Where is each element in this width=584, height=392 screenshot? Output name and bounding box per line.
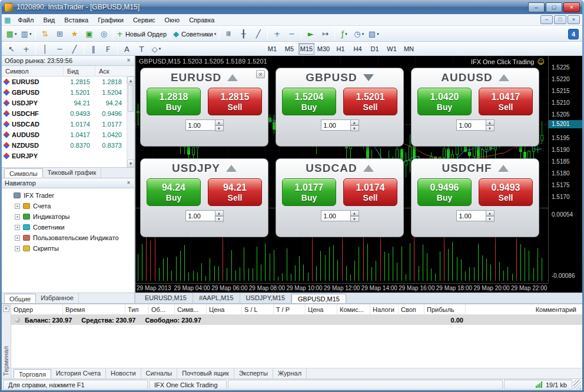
indicators-menu[interactable]: ƒ▾ — [337, 28, 351, 40]
chart-tab[interactable]: #AAPL,M15 — [193, 293, 240, 303]
terminal-column-header[interactable]: Своп — [399, 304, 424, 314]
volume-input[interactable] — [185, 210, 215, 221]
market-watch-row[interactable]: AUDUSD 1.0417 1.0420 — [2, 129, 127, 140]
menu-item[interactable]: Сервис — [128, 15, 160, 25]
buy-button[interactable]: 0.9496 Buy — [417, 178, 472, 206]
new-order-button[interactable]: +Новый Ордер — [116, 28, 167, 40]
auto-scroll-toggle[interactable]: ► — [304, 28, 317, 40]
horizontal-line-button[interactable]: ─ — [53, 43, 67, 55]
scroll-down-button[interactable]: ▼ — [127, 160, 134, 167]
terminal-column-header[interactable]: Цена — [306, 304, 337, 314]
shapes-menu[interactable]: ◇▾ — [150, 43, 163, 55]
timeframe-button[interactable]: M5 — [281, 43, 297, 55]
market-watch-row[interactable]: USDCHF 0.9493 0.9496 — [2, 108, 127, 119]
candlestick-button[interactable]: ╂ — [237, 28, 250, 40]
buy-button[interactable]: 1.2818 Buy — [147, 88, 201, 115]
chart-tab[interactable]: USDJPY,M15 — [240, 293, 291, 303]
sell-button[interactable]: 0.9493 Sell — [479, 178, 533, 206]
timeframe-button[interactable]: W1 — [384, 43, 400, 55]
menu-item[interactable]: Файл — [13, 15, 38, 25]
timeframe-button[interactable]: H1 — [333, 43, 349, 55]
spin-up-icon[interactable]: ▲ — [486, 210, 495, 216]
timeframe-button[interactable]: M15 — [298, 43, 314, 55]
terminal-column-header[interactable]: Налоги — [370, 304, 399, 314]
close-panel-button[interactable]: × — [125, 57, 132, 65]
terminal-column-header[interactable]: S / L — [242, 304, 274, 314]
terminal-column-header[interactable]: Комментарий — [466, 304, 582, 314]
terminal-tab[interactable]: Журнал — [273, 368, 307, 378]
spin-down-icon[interactable]: ▼ — [350, 125, 359, 131]
spin-up-icon[interactable]: ▲ — [350, 210, 359, 216]
expander-icon[interactable]: + — [15, 235, 20, 241]
navigator-tab[interactable]: Избранное — [36, 293, 79, 303]
close-panel-button[interactable]: × — [125, 180, 132, 187]
volume-input[interactable] — [321, 210, 350, 221]
spin-up-icon[interactable]: ▲ — [486, 119, 495, 125]
scroll-up-button[interactable]: ▲ — [127, 77, 134, 84]
sell-button[interactable]: 1.5201 Sell — [343, 88, 397, 115]
column-header-bid[interactable]: Бид — [63, 66, 95, 76]
vertical-line-button[interactable]: │ — [38, 43, 52, 55]
text-button[interactable]: A — [120, 43, 134, 55]
market-watch-row[interactable]: USDJPY 94.21 94.24 — [2, 98, 127, 108]
market-watch-tab[interactable]: Тиковый график — [43, 168, 102, 178]
timeframe-button[interactable]: H4 — [350, 43, 366, 55]
minimize-button[interactable]: – — [528, 2, 545, 12]
terminal-column-header[interactable]: Время — [63, 304, 125, 314]
navigator-tree-item[interactable]: + Счета — [2, 201, 134, 211]
terminal-column-header[interactable]: Тип — [125, 304, 149, 314]
text-label-button[interactable]: T — [135, 43, 148, 55]
terminal-tab[interactable]: История Счета — [51, 368, 106, 378]
navigator-tree-item[interactable]: + Пользовательские Индикато — [2, 232, 134, 243]
zoom-in-button[interactable]: + — [270, 28, 284, 40]
spin-down-icon[interactable]: ▼ — [215, 216, 224, 222]
balance-row[interactable]: Баланс: 230.97 Средства: 230.97 Свободно… — [11, 315, 582, 325]
menu-item[interactable]: Вид — [38, 15, 59, 25]
market-watch-row[interactable]: EURJPY — [2, 151, 127, 161]
notification-badge[interactable]: 4 — [568, 29, 579, 39]
terminal-toggle[interactable]: ▣ — [82, 28, 96, 40]
strategy-tester-toggle[interactable]: ◎ — [97, 28, 111, 40]
chart-tab[interactable]: GBPUSD,M15 — [291, 294, 346, 303]
terminal-column-header[interactable]: Ордер — [11, 304, 63, 314]
market-watch-scrollbar[interactable]: ▲ ▼ — [127, 77, 134, 167]
mdi-close-button[interactable]: × — [568, 15, 580, 24]
spin-up-icon[interactable]: ▲ — [350, 119, 359, 125]
mdi-minimize-button[interactable]: – — [540, 15, 553, 24]
status-mode-text[interactable]: IFX One Click Trading — [149, 380, 227, 390]
sell-button[interactable]: 1.0174 Sell — [343, 178, 397, 206]
volume-input[interactable] — [456, 210, 486, 221]
navigator-tree-item[interactable]: + Советники — [2, 222, 134, 232]
market-watch-toggle[interactable]: ⇅ — [38, 28, 52, 40]
chart-shift-toggle[interactable]: ↦ — [318, 28, 332, 40]
menu-item[interactable]: Справка — [184, 15, 219, 25]
buy-button[interactable]: 1.0177 Buy — [282, 178, 336, 206]
crosshair-button[interactable]: + — [19, 43, 33, 55]
cursor-button[interactable]: ↖ — [5, 43, 18, 55]
spin-down-icon[interactable]: ▼ — [486, 216, 495, 222]
sell-button[interactable]: 94.21 Sell — [208, 178, 262, 206]
navigator-tab[interactable]: Общие — [4, 294, 36, 303]
spin-down-icon[interactable]: ▼ — [215, 125, 224, 131]
data-window-toggle[interactable]: ⊞ — [53, 28, 67, 40]
spin-down-icon[interactable]: ▼ — [350, 216, 359, 222]
spin-down-icon[interactable]: ▼ — [486, 125, 495, 131]
bar-chart-button[interactable]: ≡ — [222, 28, 235, 40]
resize-grip[interactable] — [573, 380, 581, 390]
terminal-tab[interactable]: Новости — [106, 368, 141, 378]
navigator-tree-item[interactable]: + IFX Trader — [2, 190, 134, 201]
navigator-tree-item[interactable]: + Индикаторы — [2, 211, 134, 222]
market-watch-row[interactable]: GBPUSD 1.5201 1.5204 — [2, 87, 127, 98]
timeframe-button[interactable]: D1 — [367, 43, 383, 55]
expander-icon[interactable]: + — [15, 214, 20, 220]
terminal-column-header[interactable]: Цена — [207, 304, 242, 314]
navigator-toggle[interactable]: ★ — [68, 28, 81, 40]
volume-input[interactable] — [456, 119, 486, 131]
terminal-tab[interactable]: Эксперты — [234, 368, 273, 378]
market-watch-row[interactable]: USDCAD 1.0174 1.0177 — [2, 119, 127, 129]
volume-input[interactable] — [321, 119, 350, 131]
spin-up-icon[interactable]: ▲ — [215, 210, 224, 216]
scroll-thumb[interactable] — [128, 85, 134, 112]
maximize-button[interactable]: □ — [546, 2, 562, 12]
market-watch-row[interactable]: EURUSD 1.2815 1.2818 — [2, 77, 127, 87]
